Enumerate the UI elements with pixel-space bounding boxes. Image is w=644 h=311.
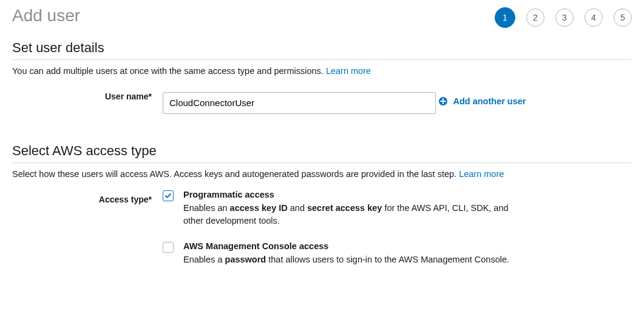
checkbox-console[interactable] xyxy=(163,242,174,253)
wizard-steps: 1 2 3 4 5 xyxy=(495,4,632,28)
divider xyxy=(12,59,632,60)
option-desc: Enables an access key ID and secret acce… xyxy=(183,202,523,229)
learn-more-link[interactable]: Learn more xyxy=(459,169,504,179)
step-1[interactable]: 1 xyxy=(495,7,515,28)
add-another-user-button[interactable]: Add another user xyxy=(438,96,526,106)
access-type-option-console[interactable]: AWS Management Console access Enables a … xyxy=(163,241,632,267)
divider xyxy=(12,162,632,163)
add-another-user-label: Add another user xyxy=(453,96,526,106)
learn-more-link[interactable]: Learn more xyxy=(326,66,371,76)
option-title: AWS Management Console access xyxy=(183,241,523,251)
access-type-label: Access type* xyxy=(99,195,152,204)
checkbox-programmatic[interactable] xyxy=(163,190,174,201)
access-type-option-programmatic[interactable]: Programmatic access Enables an access ke… xyxy=(163,190,632,229)
step-4[interactable]: 4 xyxy=(585,8,603,27)
select-access-type-heading: Select AWS access type xyxy=(12,143,632,159)
user-details-helper: You can add multiple users at once with … xyxy=(12,66,632,76)
user-name-input[interactable] xyxy=(163,92,436,114)
option-desc-bold1: access key ID xyxy=(230,203,288,213)
option-desc-prefix: Enables a xyxy=(183,255,225,264)
user-name-label: User name* xyxy=(105,92,152,101)
page-title: Add user xyxy=(12,6,80,25)
access-type-helper-text: Select how these users will access AWS. … xyxy=(12,169,459,179)
option-desc: Enables a password that allows users to … xyxy=(183,253,523,267)
option-desc-bold2: secret access key xyxy=(307,203,382,213)
option-desc-prefix: Enables an xyxy=(183,203,230,213)
plus-circle-icon xyxy=(438,96,448,106)
step-2[interactable]: 2 xyxy=(526,8,544,27)
step-5[interactable]: 5 xyxy=(614,8,632,27)
access-type-helper: Select how these users will access AWS. … xyxy=(12,169,632,179)
set-user-details-heading: Set user details xyxy=(12,40,632,56)
option-desc-mid: and xyxy=(288,203,307,213)
option-title: Programmatic access xyxy=(183,190,523,199)
user-details-helper-text: You can add multiple users at once with … xyxy=(12,66,326,76)
step-3[interactable]: 3 xyxy=(555,8,574,27)
option-desc-bold1: password xyxy=(225,255,266,264)
option-desc-suffix: that allows users to sign-in to the AWS … xyxy=(266,255,509,264)
